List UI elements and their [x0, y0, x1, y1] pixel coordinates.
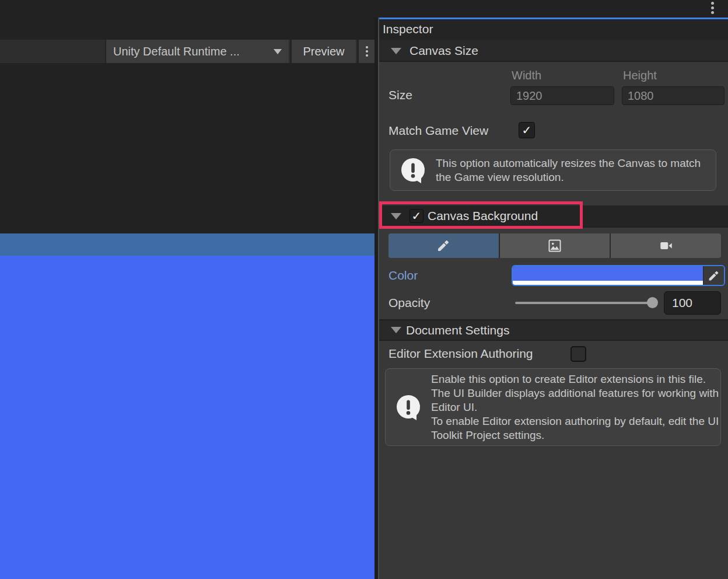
info-paragraph: Enable this option to create Editor exte… — [431, 372, 720, 414]
height-input[interactable]: 1080 — [622, 86, 724, 105]
canvas-size-title: Canvas Size — [410, 44, 478, 58]
tab-background-camera[interactable] — [610, 233, 721, 258]
document-settings-info-box: Enable this option to create Editor exte… — [385, 368, 721, 446]
canvas-size-info-box: This option automatically resizes the Ca… — [390, 149, 716, 191]
inspector-tab-label: Inspector — [383, 22, 433, 36]
section-header-canvas-size[interactable]: Canvas Size — [379, 41, 728, 62]
background-mode-tabs — [388, 233, 721, 258]
eyedropper-button[interactable] — [703, 266, 724, 285]
opacity-slider-handle[interactable] — [647, 297, 658, 308]
viewport-toolbar: Unity Default Runtime ... Preview — [0, 40, 374, 63]
camera-icon — [659, 238, 674, 253]
info-paragraph: To enable Editor extension authoring by … — [431, 414, 720, 442]
document-settings-title: Document Settings — [406, 323, 509, 337]
window-kebab-menu-icon[interactable] — [711, 2, 714, 14]
height-label: Height — [623, 69, 657, 82]
canvas-background-enabled-checkbox[interactable] — [410, 209, 424, 223]
section-header-document-settings[interactable]: Document Settings — [379, 319, 728, 341]
tab-background-image[interactable] — [499, 233, 610, 258]
opacity-row: Opacity 100 — [379, 291, 728, 315]
tab-inspector[interactable]: Inspector — [379, 19, 728, 39]
editor-extension-authoring-label: Editor Extension Authoring — [388, 347, 533, 361]
window-top-bar — [0, 0, 728, 18]
chevron-down-icon — [274, 49, 282, 54]
size-label: Size — [388, 88, 412, 102]
width-input[interactable]: 1920 — [510, 86, 614, 105]
preview-label: Preview — [303, 45, 344, 58]
canvas-size-info-text: This option automatically resizes the Ca… — [436, 156, 710, 184]
foldout-triangle-icon — [391, 48, 401, 54]
match-game-view-checkbox[interactable] — [519, 122, 535, 138]
theme-dropdown-label: Unity Default Runtime ... — [113, 45, 240, 58]
color-label: Color — [388, 265, 418, 286]
info-bubble-icon — [394, 393, 422, 421]
eyedropper-icon — [436, 239, 450, 253]
document-settings-info-text: Enable this option to create Editor exte… — [431, 372, 720, 442]
inspector-panel: Inspector Canvas Size Width Height Size … — [379, 18, 728, 579]
editor-extension-authoring-checkbox[interactable] — [570, 346, 586, 362]
opacity-label: Opacity — [388, 291, 430, 315]
section-header-canvas-background[interactable]: Canvas Background — [379, 205, 728, 228]
canvas-background-title: Canvas Background — [428, 209, 538, 223]
match-game-view-label: Match Game View — [388, 124, 488, 138]
theme-dropdown[interactable]: Unity Default Runtime ... — [105, 40, 289, 63]
toolbar-kebab-menu-icon[interactable] — [357, 40, 374, 63]
viewport: Unity Default Runtime ... Preview — [0, 18, 379, 579]
opacity-input[interactable]: 100 — [664, 291, 721, 315]
color-swatch[interactable] — [513, 266, 703, 285]
eyedropper-icon — [708, 270, 720, 282]
foldout-triangle-icon — [391, 213, 401, 219]
color-field[interactable] — [512, 265, 725, 286]
info-bubble-icon — [399, 156, 427, 184]
opacity-slider-track[interactable] — [515, 302, 649, 304]
canvas-header-highlight[interactable] — [0, 233, 374, 256]
foldout-triangle-icon — [391, 327, 401, 333]
image-icon — [547, 238, 562, 253]
ui-builder-window: Unity Default Runtime ... Preview Inspec… — [0, 0, 728, 579]
panel-divider[interactable] — [374, 18, 379, 579]
width-label: Width — [512, 69, 541, 82]
tab-background-color[interactable] — [388, 233, 499, 258]
preview-button[interactable]: Preview — [290, 40, 356, 63]
canvas[interactable] — [0, 256, 374, 579]
